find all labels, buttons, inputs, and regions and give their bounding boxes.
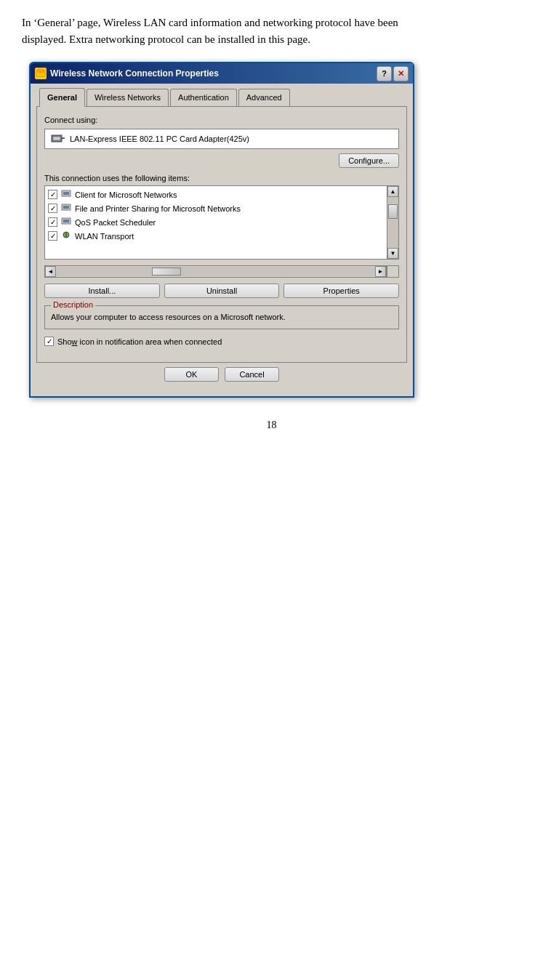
dialog-icon: [35, 68, 47, 79]
intro-line2: displayed. Extra networking protocol can…: [22, 33, 310, 45]
uninstall-button[interactable]: Uninstall: [164, 284, 280, 298]
list-item: ✓ Client for Microsoft Networks: [45, 188, 387, 201]
horiz-scrollbar-row: ◄ ►: [44, 265, 399, 278]
show-icon-label: Show icon in notification area when conn…: [57, 337, 222, 346]
scroll-track[interactable]: [387, 197, 398, 248]
tab-advanced[interactable]: Advanced: [238, 89, 290, 106]
dialog: Wireless Network Connection Properties ?…: [29, 62, 414, 398]
item-text-0: Client for Microsoft Networks: [75, 190, 177, 199]
item-text-2: QoS Packet Scheduler: [75, 218, 156, 227]
description-legend: Description: [51, 300, 95, 309]
dialog-wrapper: Wireless Network Connection Properties ?…: [29, 62, 521, 398]
install-button[interactable]: Install...: [44, 284, 160, 298]
help-button[interactable]: ?: [377, 66, 392, 81]
svg-rect-9: [63, 206, 69, 209]
scroll-right-arrow[interactable]: ►: [375, 266, 386, 277]
adapter-icon: [51, 132, 65, 146]
show-icon-checkbox[interactable]: ✓: [44, 337, 54, 346]
show-underline: w: [72, 337, 78, 346]
item-text-3: WLAN Transport: [75, 232, 134, 241]
item-text-1: File and Printer Sharing for Microsoft N…: [75, 204, 241, 213]
vertical-scrollbar[interactable]: ▲ ▼: [387, 185, 399, 260]
dialog-bottom-buttons: OK Cancel: [36, 363, 407, 389]
cancel-button[interactable]: Cancel: [225, 367, 279, 382]
dialog-content: General Wireless Networks Authentication…: [31, 84, 413, 396]
list-item: ✓ File and Printer Sharing for Microsoft…: [45, 201, 387, 215]
items-listbox[interactable]: ✓ Client for Microsoft Networks ✓: [44, 185, 387, 260]
ok-button[interactable]: OK: [164, 367, 219, 382]
item-icon-3: [61, 230, 71, 241]
scroll-down-arrow[interactable]: ▼: [387, 248, 398, 259]
scroll-thumb[interactable]: [388, 204, 398, 219]
svg-rect-7: [63, 192, 69, 195]
tab-authentication[interactable]: Authentication: [170, 89, 237, 106]
svg-rect-11: [63, 220, 69, 222]
show-label-suffix: icon in notification area when connected: [78, 337, 222, 346]
svg-rect-1: [38, 69, 44, 72]
adapter-box: LAN-Express IEEE 802.11 PC Card Adapter(…: [44, 129, 399, 149]
svg-rect-5: [62, 137, 65, 139]
svg-rect-4: [53, 137, 60, 140]
tab-wireless-networks[interactable]: Wireless Networks: [87, 89, 169, 106]
list-item: ✓ WLAN Transport: [45, 229, 387, 243]
page-number: 18: [22, 419, 521, 431]
adapter-name: LAN-Express IEEE 802.11 PC Card Adapter(…: [70, 134, 249, 143]
connect-using-label: Connect using:: [44, 116, 399, 124]
scrollbar-corner: [387, 265, 399, 278]
item-icon-2: [61, 217, 71, 228]
properties-button[interactable]: Properties: [283, 284, 399, 298]
item-checkbox-1[interactable]: ✓: [48, 204, 57, 213]
tab-general[interactable]: General: [39, 88, 85, 107]
intro-paragraph: In ‘General’ page, Wireless LAN card inf…: [22, 15, 521, 47]
intro-line1: In ‘General’ page, Wireless LAN card inf…: [22, 17, 398, 28]
item-checkbox-0[interactable]: ✓: [48, 190, 57, 199]
show-label-prefix: Sho: [57, 337, 72, 346]
horizontal-scrollbar[interactable]: ◄ ►: [44, 265, 387, 278]
scroll-left-arrow[interactable]: ◄: [45, 266, 56, 277]
item-checkbox-3[interactable]: ✓: [48, 231, 57, 241]
list-item: ✓ QoS Packet Scheduler: [45, 215, 387, 229]
configure-button[interactable]: Configure...: [339, 153, 399, 168]
dialog-title-group: Wireless Network Connection Properties: [35, 68, 219, 79]
show-icon-row: ✓ Show icon in notification area when co…: [44, 337, 399, 346]
configure-row: Configure...: [44, 153, 399, 168]
close-button[interactable]: ✕: [393, 66, 409, 81]
dialog-title-text: Wireless Network Connection Properties: [50, 68, 219, 79]
action-buttons-row: Install... Uninstall Properties: [44, 284, 399, 298]
dialog-titlebar: Wireless Network Connection Properties ?…: [31, 63, 413, 84]
listbox-wrapper: ✓ Client for Microsoft Networks ✓: [44, 185, 399, 260]
tab-bar: General Wireless Networks Authentication…: [36, 88, 407, 106]
horiz-thumb[interactable]: [152, 268, 181, 276]
horiz-track[interactable]: [56, 267, 375, 276]
description-text: Allows your computer to access resources…: [51, 312, 393, 323]
item-icon-1: [61, 203, 71, 214]
connection-items-label: This connection uses the following items…: [44, 174, 399, 182]
titlebar-controls: ? ✕: [377, 66, 409, 81]
tab-panel-general: Connect using: LAN-Express IEEE 802.11 P…: [36, 106, 407, 363]
item-icon-0: [61, 189, 71, 200]
item-checkbox-2[interactable]: ✓: [48, 217, 57, 227]
scroll-up-arrow[interactable]: ▲: [387, 186, 398, 197]
description-group: Description Allows your computer to acce…: [44, 305, 399, 329]
